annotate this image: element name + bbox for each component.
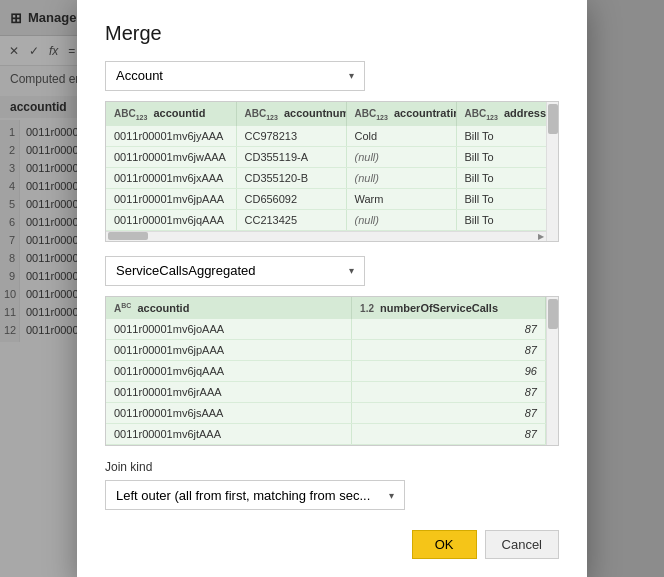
table1-dropdown[interactable]: Account ▾	[105, 61, 365, 91]
cell-servicecount: 87	[352, 340, 546, 361]
cell-address: Bill To	[456, 167, 546, 188]
cell-accountid: 0011r00001mv6jqAAA	[106, 361, 352, 382]
cell-accountid: 0011r00001mv6jrAAA	[106, 382, 352, 403]
abc-icon: ABC123	[355, 108, 388, 119]
cell-rating: Warm	[346, 188, 456, 209]
cell-address: Bill To	[456, 209, 546, 230]
abc-icon: ABC123	[465, 108, 498, 119]
cell-accountid: 0011r00001mv6jpAAA	[106, 188, 236, 209]
table1-hscrollbar[interactable]: ▶	[106, 231, 546, 241]
ok-button[interactable]: OK	[412, 530, 477, 559]
cell-servicecount: 87	[352, 382, 546, 403]
cancel-button[interactable]: Cancel	[485, 530, 559, 559]
cell-address: Bill To	[456, 126, 546, 147]
table2-dropdown[interactable]: ServiceCallsAggregated ▾	[105, 256, 365, 286]
cell-accountid: 0011r00001mv6jpAAA	[106, 340, 352, 361]
col-address1[interactable]: ABC123 address1_addr	[456, 102, 546, 126]
cell-accountnumber: CD355119-A	[236, 146, 346, 167]
modal-footer: OK Cancel	[105, 530, 559, 559]
join-kind-label: Join kind	[105, 460, 559, 474]
col-accountnumber[interactable]: ABC123 accountnumber	[236, 102, 346, 126]
join-kind-dropdown[interactable]: Left outer (all from first, matching fro…	[105, 480, 405, 510]
modal-overlay: Merge Account ▾	[0, 0, 664, 577]
table1-vscrollbar[interactable]	[546, 102, 558, 241]
cell-accountnumber: CC978213	[236, 126, 346, 147]
table2: ABC accountid 1.2 numberOfServiceCalls	[106, 297, 546, 445]
col-accountratingcode[interactable]: ABC123 accountratingcode	[346, 102, 456, 126]
table-row: 0011r00001mv6jwAAA CD355119-A (null) Bil…	[106, 146, 546, 167]
right-arrow-icon: ▶	[538, 232, 544, 241]
cell-address: Bill To	[456, 146, 546, 167]
join-kind-value: Left outer (all from first, matching fro…	[116, 488, 370, 503]
vscrollbar2-thumb	[548, 299, 558, 329]
abc-icon: ABC	[114, 303, 131, 314]
cell-servicecount: 87	[352, 424, 546, 445]
table-row: 0011r00001mv6jrAAA 87	[106, 382, 546, 403]
vscrollbar-thumb	[548, 104, 558, 134]
table2-dropdown-value: ServiceCallsAggregated	[116, 263, 255, 278]
col-accountid[interactable]: ABC123 accountid	[106, 102, 236, 126]
table1-main: ABC123 accountid ABC123 accountnumber AB…	[106, 102, 546, 241]
abc-icon: ABC123	[114, 108, 147, 119]
cell-rating: (null)	[346, 167, 456, 188]
join-kind-section: Join kind Left outer (all from first, ma…	[105, 460, 559, 510]
table1-header: ABC123 accountid ABC123 accountnumber AB…	[106, 102, 546, 126]
cell-accountnumber: CC213425	[236, 209, 346, 230]
cell-accountid: 0011r00001mv6jsAAA	[106, 403, 352, 424]
cell-servicecount: 96	[352, 361, 546, 382]
table-row: 0011r00001mv6jtAAA 87	[106, 424, 546, 445]
table-row: 0011r00001mv6jyAAA CC978213 Cold Bill To	[106, 126, 546, 147]
table2-body: 0011r00001mv6joAAA 87 0011r00001mv6jpAAA…	[106, 319, 546, 445]
dropdown2-chevron-icon: ▾	[349, 265, 354, 276]
table-row: 0011r00001mv6jpAAA CD656092 Warm Bill To	[106, 188, 546, 209]
cell-rating: Cold	[346, 126, 456, 147]
table2-container: ABC accountid 1.2 numberOfServiceCalls	[106, 297, 558, 445]
cell-rating: (null)	[346, 209, 456, 230]
cell-accountid: 0011r00001mv6jyAAA	[106, 126, 236, 147]
table-row: 0011r00001mv6jqAAA CC213425 (null) Bill …	[106, 209, 546, 230]
cell-servicecount: 87	[352, 319, 546, 340]
join-kind-chevron-icon: ▾	[389, 490, 394, 501]
col2-servicecount[interactable]: 1.2 numberOfServiceCalls	[352, 297, 546, 319]
cell-servicecount: 87	[352, 403, 546, 424]
modal-title: Merge	[105, 22, 559, 45]
table-row: 0011r00001mv6jsAAA 87	[106, 403, 546, 424]
table2-header: ABC accountid 1.2 numberOfServiceCalls	[106, 297, 546, 319]
hscrollbar-thumb	[108, 232, 148, 240]
table2-vscrollbar[interactable]	[546, 297, 558, 445]
table-row: 0011r00001mv6jqAAA 96	[106, 361, 546, 382]
cell-accountid: 0011r00001mv6jtAAA	[106, 424, 352, 445]
table1-dropdown-value: Account	[116, 68, 163, 83]
cell-rating: (null)	[346, 146, 456, 167]
num-icon: 1.2	[360, 303, 374, 314]
abc-icon: ABC123	[245, 108, 278, 119]
table1-body: 0011r00001mv6jyAAA CC978213 Cold Bill To…	[106, 126, 546, 231]
table2-main: ABC accountid 1.2 numberOfServiceCalls	[106, 297, 546, 445]
cell-accountid: 0011r00001mv6jqAAA	[106, 209, 236, 230]
dropdown1-chevron-icon: ▾	[349, 70, 354, 81]
cell-address: Bill To	[456, 188, 546, 209]
table-row: 0011r00001mv6jxAAA CD355120-B (null) Bil…	[106, 167, 546, 188]
table-row: 0011r00001mv6jpAAA 87	[106, 340, 546, 361]
cell-accountid: 0011r00001mv6jxAAA	[106, 167, 236, 188]
cell-accountid: 0011r00001mv6jwAAA	[106, 146, 236, 167]
table2-wrapper: ABC accountid 1.2 numberOfServiceCalls	[105, 296, 559, 446]
cell-accountnumber: CD656092	[236, 188, 346, 209]
table1-container: ABC123 accountid ABC123 accountnumber AB…	[106, 102, 558, 241]
merge-dialog: Merge Account ▾	[77, 0, 587, 577]
table1: ABC123 accountid ABC123 accountnumber AB…	[106, 102, 546, 231]
table-row: 0011r00001mv6joAAA 87	[106, 319, 546, 340]
cell-accountid: 0011r00001mv6joAAA	[106, 319, 352, 340]
table1-wrapper: ABC123 accountid ABC123 accountnumber AB…	[105, 101, 559, 242]
col2-accountid[interactable]: ABC accountid	[106, 297, 352, 319]
cell-accountnumber: CD355120-B	[236, 167, 346, 188]
